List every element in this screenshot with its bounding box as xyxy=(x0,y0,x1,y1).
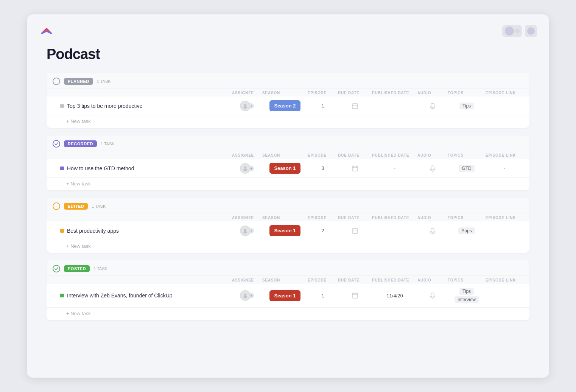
task-name-text: How to use the GTD method xyxy=(67,165,134,171)
calendar-icon[interactable] xyxy=(351,227,359,235)
status-badge-recorded: RECORDED xyxy=(64,140,97,147)
svg-rect-30 xyxy=(431,293,434,297)
status-circle-recorded[interactable] xyxy=(53,140,60,148)
audio-cell[interactable] xyxy=(417,164,448,173)
task-count-edited: 1 TASK xyxy=(92,204,106,208)
sections-container: PLANNED 1 TASK ASSIGNEE SEASON EPISODE D… xyxy=(47,73,529,320)
season-cell[interactable]: Season 1 xyxy=(262,290,308,301)
due-date-cell[interactable] xyxy=(338,164,372,173)
top-bar xyxy=(27,23,549,46)
assignee-avatar[interactable] xyxy=(240,226,251,236)
task-dot xyxy=(60,166,64,170)
col-topics: TOPICS xyxy=(448,278,486,282)
audio-icon[interactable] xyxy=(428,164,437,173)
audio-icon[interactable] xyxy=(428,291,437,300)
audio-cell[interactable] xyxy=(417,291,448,300)
due-date-cell[interactable] xyxy=(338,291,372,300)
status-badge-edited: EDITED xyxy=(64,203,88,210)
status-badge-posted: POSTED xyxy=(64,265,90,272)
season-cell[interactable]: Season 2 xyxy=(262,100,308,111)
task-name[interactable]: Best productivity apps xyxy=(60,228,232,234)
section-posted: POSTED 1 TASK ASSIGNEE SEASON EPISODE DU… xyxy=(47,260,529,320)
task-count-recorded: 1 TASK xyxy=(101,142,115,146)
calendar-icon[interactable] xyxy=(351,291,359,300)
user-avatar-btn[interactable] xyxy=(502,25,522,37)
new-task-btn[interactable]: + New task xyxy=(47,178,529,190)
col-topics: TOPICS xyxy=(448,216,486,220)
svg-point-0 xyxy=(244,104,246,106)
status-circle-edited[interactable] xyxy=(53,202,60,210)
col-episode: EPISODE xyxy=(308,91,338,95)
audio-icon[interactable] xyxy=(428,102,437,110)
svg-rect-26 xyxy=(352,293,358,298)
col-audio: AUDIO xyxy=(417,91,448,95)
col-assignee: ASSIGNEE xyxy=(232,216,262,220)
col-episode-link: EPISODE LINK xyxy=(486,278,523,282)
episode-cell: 1 xyxy=(308,293,338,299)
col-episode: EPISODE xyxy=(308,216,338,220)
due-date-cell[interactable] xyxy=(338,227,372,235)
new-task-btn[interactable]: + New task xyxy=(47,308,529,320)
assignee-cell[interactable]: + xyxy=(232,163,262,174)
season-badge[interactable]: Season 1 xyxy=(269,225,300,236)
episode-link-cell: - xyxy=(486,165,523,171)
assignee-cell[interactable]: + xyxy=(232,290,262,301)
topics-cell: GTD xyxy=(448,165,486,172)
assignee-avatar[interactable] xyxy=(240,163,251,174)
audio-cell[interactable] xyxy=(417,227,448,235)
task-name[interactable]: Top 3 tips to be more productive xyxy=(60,103,232,109)
episode-cell: 1 xyxy=(308,103,338,109)
topic-tag: GTD xyxy=(459,165,474,172)
assignee-cell[interactable]: + xyxy=(232,226,262,236)
task-name-text: Top 3 tips to be more productive xyxy=(67,103,142,109)
season-cell[interactable]: Season 1 xyxy=(262,225,308,236)
new-task-btn[interactable]: + New task xyxy=(47,115,529,128)
top-bar-right xyxy=(502,25,537,37)
season-cell[interactable]: Season 1 xyxy=(262,163,308,174)
assignee-avatar[interactable] xyxy=(240,101,251,111)
calendar-icon[interactable] xyxy=(351,164,359,173)
col-assignee: ASSIGNEE xyxy=(232,278,262,282)
settings-btn[interactable] xyxy=(525,25,537,37)
task-name[interactable]: How to use the GTD method xyxy=(60,165,232,171)
calendar-icon[interactable] xyxy=(351,102,359,110)
section-header-planned: PLANNED 1 TASK xyxy=(47,73,529,89)
col-season: SEASON xyxy=(262,278,308,282)
col-published-date: PUBLISHED DATE xyxy=(372,216,417,220)
new-task-btn[interactable]: + New task xyxy=(47,240,529,253)
audio-icon[interactable] xyxy=(428,227,437,235)
status-circle-planned[interactable] xyxy=(53,78,60,85)
svg-rect-10 xyxy=(352,166,358,171)
task-dot xyxy=(60,104,64,108)
svg-point-9 xyxy=(243,169,247,171)
task-count-planned: 1 TASK xyxy=(97,79,111,84)
status-circle-posted[interactable] xyxy=(53,265,60,272)
clickup-logo xyxy=(39,23,54,39)
topic-tag: Apps xyxy=(458,227,475,234)
col-task-name xyxy=(60,91,232,95)
topic-tag: Tips xyxy=(459,288,474,295)
page-content: Podcast PLANNED 1 TASK ASSIGNEE SEASON E… xyxy=(27,46,549,320)
svg-point-16 xyxy=(244,229,246,231)
season-badge[interactable]: Season 1 xyxy=(269,290,300,301)
topic-tag: Tips xyxy=(459,103,474,109)
season-badge[interactable]: Season 1 xyxy=(269,163,300,174)
topics-cell: Apps xyxy=(448,227,486,235)
due-date-cell[interactable] xyxy=(338,102,372,110)
task-name[interactable]: Interview with Zeb Evans, founder of Cli… xyxy=(60,292,232,299)
topic-tag: Interview xyxy=(455,296,479,303)
task-name-text: Interview with Zeb Evans, founder of Cli… xyxy=(67,292,173,299)
col-headers-posted: ASSIGNEE SEASON EPISODE DUE DATE PUBLISH… xyxy=(47,276,529,284)
audio-cell[interactable] xyxy=(417,102,448,110)
episode-cell: 3 xyxy=(308,165,338,171)
assignee-avatar[interactable] xyxy=(240,290,251,301)
assignee-cell[interactable]: + xyxy=(232,101,262,111)
col-episode-link: EPISODE LINK xyxy=(486,91,523,95)
section-header-recorded: RECORDED 1 TASK xyxy=(47,135,529,151)
svg-rect-18 xyxy=(352,229,358,233)
col-season: SEASON xyxy=(262,216,308,220)
svg-rect-2 xyxy=(352,104,358,109)
season-badge[interactable]: Season 2 xyxy=(269,100,300,111)
svg-rect-6 xyxy=(431,103,434,107)
col-assignee: ASSIGNEE xyxy=(232,91,262,95)
